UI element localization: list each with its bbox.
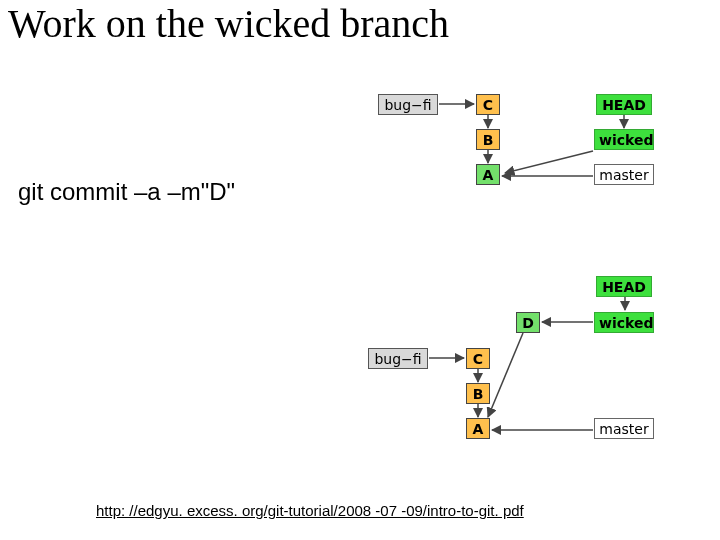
after-commit-b: B [466,383,490,404]
before-commit-b: B [476,129,500,150]
slide-title: Work on the wicked branch [8,2,449,46]
before-commit-c: C [476,94,500,115]
after-bugfi-label: bug−fi [368,348,428,369]
after-commit-c: C [466,348,490,369]
before-master-label: master [594,164,654,185]
after-commit-a: A [466,418,490,439]
diagram-before: bug−fi C B A HEAD wicked master [340,88,680,218]
after-commit-d: D [516,312,540,333]
before-head-label: HEAD [596,94,652,115]
before-bugfi-label: bug−fi [378,94,438,115]
git-command: git commit –a –m"D" [18,178,235,206]
diagram-after: bug−fi D C B A HEAD wicked master [330,270,680,460]
after-master-label: master [594,418,654,439]
svg-line-9 [488,333,523,417]
svg-line-4 [505,151,593,173]
before-wicked-label: wicked [594,129,654,150]
before-commit-a: A [476,164,500,185]
after-head-label: HEAD [596,276,652,297]
after-wicked-label: wicked [594,312,654,333]
citation-link[interactable]: http: //edgyu. excess. org/git-tutorial/… [96,502,524,519]
